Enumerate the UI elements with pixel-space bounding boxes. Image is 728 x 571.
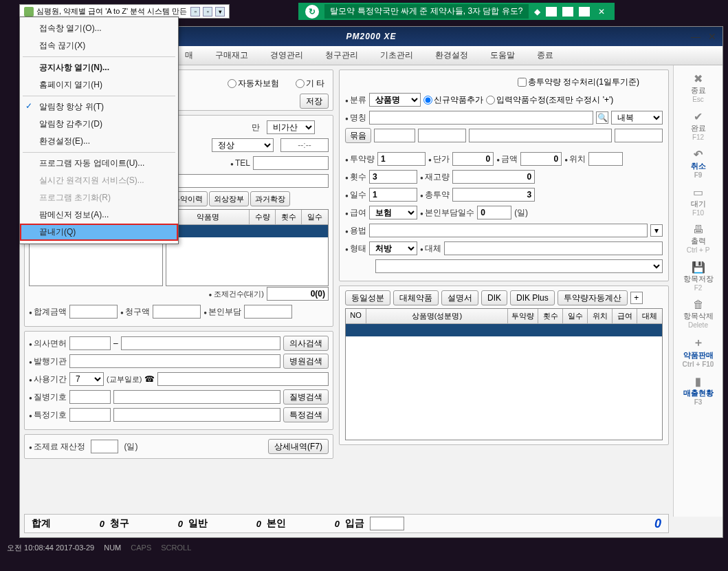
menu-6[interactable]: 도움말 [490, 50, 515, 61]
menu-5[interactable]: 환경설정 [435, 50, 468, 61]
total-input[interactable] [452, 188, 535, 202]
mix-input2[interactable] [418, 129, 466, 142]
menu-0[interactable]: 매 [185, 50, 193, 61]
issuer-input[interactable] [69, 354, 280, 368]
special-search-button[interactable]: 특정검색 [283, 407, 329, 422]
days-input[interactable] [369, 188, 417, 202]
btn-대체약품[interactable]: 대체약품 [393, 290, 439, 305]
menu-item[interactable]: 실시간 원격지원 서비스(S)... [20, 172, 178, 189]
mix-input4[interactable] [615, 129, 663, 142]
tel-input[interactable] [253, 156, 329, 170]
disease-input2[interactable] [113, 390, 280, 404]
amount-input[interactable] [520, 152, 562, 166]
sidebar-완료[interactable]: ✔완료F12 [678, 107, 719, 144]
save-button[interactable]: 저장 [300, 94, 329, 109]
price-input[interactable] [452, 152, 494, 166]
claim-input[interactable] [153, 305, 201, 319]
menu-item[interactable]: 팜메신저 정보(A)... [20, 206, 178, 224]
btn-DIK Plus[interactable]: DIK Plus [510, 290, 555, 305]
radio-editdrug[interactable]: 입력약품수정(조제만 수정시 '+') [486, 94, 613, 106]
notify1-btn1[interactable]: ▫ [190, 7, 200, 17]
menu-3[interactable]: 청구관리 [325, 50, 358, 61]
sidebar-약품판매[interactable]: ＋약품판매Ctrl + F10 [678, 333, 719, 371]
subst-input[interactable] [444, 241, 663, 255]
form-select[interactable]: 처방 [369, 241, 417, 255]
radio-etc[interactable]: 기 타 [296, 78, 324, 89]
radio-autoins[interactable]: 자동차보험 [228, 78, 279, 89]
btn-DIK[interactable]: DIK [481, 290, 507, 305]
deposit-input[interactable] [370, 517, 404, 530]
notify1-btn3[interactable]: ▾ [215, 7, 225, 17]
menu-item[interactable]: 접속 끊기(X) [20, 37, 178, 54]
usage-input[interactable] [369, 224, 648, 237]
minimize-button[interactable]: — [690, 32, 702, 41]
notify2-close[interactable]: ✕ [595, 7, 608, 17]
mix-input3[interactable] [469, 129, 612, 142]
search-icon[interactable]: 🔍 [596, 111, 608, 124]
menu-item[interactable]: 홈페이지 열기(H) [20, 76, 178, 94]
tb2-icon1[interactable] [546, 7, 557, 17]
disease-search-button[interactable]: 질병검색 [283, 389, 329, 405]
dose-input[interactable] [377, 152, 426, 166]
menu-1[interactable]: 구매재고 [215, 50, 248, 61]
sidebar-항목삭제[interactable]: 🗑항목삭제Delete [678, 296, 719, 332]
usage-dropdown-icon[interactable]: ▾ [650, 224, 663, 237]
btn-설명서[interactable]: 설명서 [441, 290, 478, 305]
menu-item[interactable]: 환경설정(E)... [20, 133, 178, 150]
tb2-icon3[interactable] [579, 7, 590, 17]
close-button[interactable]: ✕ [706, 32, 718, 41]
select-normal[interactable]: 정상 [212, 138, 274, 152]
btn-동일성분[interactable]: 동일성분 [345, 290, 390, 305]
hosp-search-button[interactable]: 병원검색 [283, 354, 329, 369]
menu-item[interactable]: 알림창 감추기(D) [20, 116, 178, 133]
refresh-icon[interactable]: ↻ [305, 5, 319, 19]
naebok-select[interactable]: 내복 [611, 111, 663, 125]
class-select[interactable]: 상품명 [369, 93, 421, 107]
mix-button[interactable]: 묶음 [345, 128, 371, 143]
menu-item[interactable]: 프로그램 초기화(R) [20, 189, 178, 206]
benefit-select[interactable]: 보험 [369, 206, 417, 219]
menu-2[interactable]: 경영관리 [270, 50, 303, 61]
sidebar-항목저장[interactable]: 💾항목저장F2 [678, 258, 719, 294]
menu-item[interactable]: 접속창 열기(O)... [20, 20, 178, 37]
doc-search-button[interactable]: 의사검색 [283, 336, 329, 351]
add-icon[interactable]: + [630, 292, 643, 304]
times-input[interactable] [369, 170, 417, 184]
menu-item[interactable]: 공지사항 열기(N)... [20, 59, 178, 76]
time-input[interactable] [280, 138, 329, 152]
menu-item[interactable]: 끝내기(Q) [20, 224, 178, 241]
menu-item[interactable]: 알림창 항상 위(T) [20, 98, 178, 116]
notify1-btn2[interactable]: ▫ [203, 7, 212, 17]
name-input[interactable] [369, 111, 593, 125]
recalc-input[interactable] [91, 440, 118, 453]
sum-input[interactable] [69, 305, 118, 319]
detail-button[interactable]: 상세내역(F7) [268, 439, 329, 454]
extra-select[interactable] [375, 259, 663, 273]
doclic-input2[interactable] [121, 336, 280, 350]
sidebar-매출현황[interactable]: ▮매출현황F3 [678, 372, 719, 409]
menu-item[interactable]: 프로그램 자동 업데이트(U)... [20, 155, 178, 172]
sidebar-종료[interactable]: ✖종료Esc [678, 69, 719, 106]
updown-icon[interactable]: ◆ [534, 7, 540, 17]
self-input[interactable] [244, 305, 292, 319]
loc-input[interactable] [588, 152, 623, 166]
special-input2[interactable] [113, 408, 280, 422]
select-bigasan[interactable]: 비가산 [267, 120, 315, 134]
period-input[interactable] [157, 372, 329, 386]
period-select[interactable]: 7 [69, 372, 104, 386]
tb2-icon2[interactable] [562, 7, 573, 17]
special-input1[interactable] [69, 408, 111, 422]
disease-input1[interactable] [69, 390, 111, 404]
sidebar-취소[interactable]: ↶취소F9 [678, 145, 719, 182]
sidebar-출력[interactable]: 🖶출력Ctrl + P [678, 221, 719, 257]
menu-4[interactable]: 기초관리 [380, 50, 413, 61]
btn-외상장부[interactable]: 외상장부 [209, 191, 249, 206]
stock-input[interactable] [452, 170, 535, 184]
radio-newdrug[interactable]: 신규약품추가 [423, 94, 483, 106]
sidebar-대기[interactable]: ▭대기F10 [678, 183, 719, 219]
btn-투약량자동계산[interactable]: 투약량자동계산 [558, 290, 628, 305]
btn-과거확장[interactable]: 과거확장 [250, 191, 290, 206]
mix-input1[interactable] [374, 129, 415, 142]
menu-7[interactable]: 종료 [537, 50, 553, 61]
selfdays-input[interactable] [477, 206, 511, 219]
